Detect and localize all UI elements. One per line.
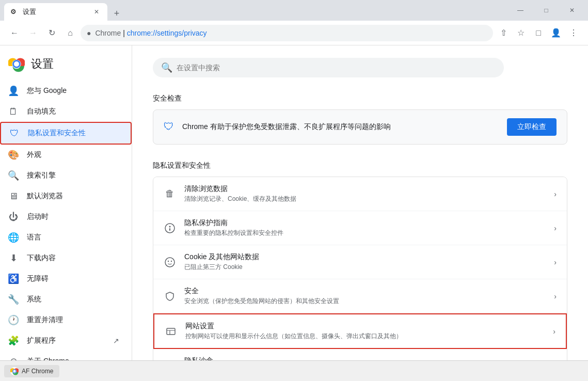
chrome-logo [8,56,25,72]
bookmark-button[interactable]: ☆ [513,25,529,41]
nav-actions: ⇧ ☆ □ 👤 ⋮ [495,25,582,41]
sidebar-label-about: 关于 Chrome [27,357,69,360]
forward-button[interactable]: → [25,25,41,41]
back-button[interactable]: ← [6,25,23,41]
security-content: 安全 安全浏览（保护您免受危险网站的侵害）和其他安全设置 [184,287,546,306]
safety-check-button[interactable]: 立即检查 [507,118,557,136]
svg-point-8 [171,260,172,261]
url-display: Chrome | chrome://settings/privacy [95,29,206,37]
taskbar: AF Chrome [0,360,588,381]
clear-browsing-item[interactable]: 🗑 清除浏览数据 清除浏览记录、Cookie、缓存及其他数据 › [153,177,567,211]
sidebar-item-about[interactable]: ⊙ 关于 Chrome [0,351,128,360]
svg-rect-5 [169,228,170,231]
search-input[interactable] [177,64,496,72]
extensions-external-icon: ↗ [113,337,119,345]
active-tab[interactable]: ⚙ 设置 ✕ [4,3,107,21]
tab-title: 设置 [23,7,88,17]
sidebar-item-search[interactable]: 🔍 搜索引擎 [0,165,128,186]
sidebar-label-google: 您与 Google [27,86,67,96]
trash-icon: 🗑 [164,188,176,200]
sidebar-label-autofill: 自动填充 [27,107,56,116]
svg-point-2 [14,61,19,67]
menu-button[interactable]: ⋮ [565,25,582,41]
site-settings-item[interactable]: 网站设置 控制网站可以使用和显示什么信息（如位置信息、摄像头、弹出式窗口及其他）… [153,313,567,349]
split-view-button[interactable]: □ [530,25,547,41]
minimize-button[interactable]: — [508,2,532,19]
sidebar-label-download: 下载内容 [27,253,56,263]
svg-point-6 [165,258,174,267]
cookies-content: Cookie 及其他网站数据 已阻止第三方 Cookie [184,252,546,272]
search-bar[interactable]: 🔍 [153,58,504,77]
title-bar: ⚙ 设置 ✕ + — □ ✕ [0,0,588,21]
sidebar-item-startup[interactable]: ⏻ 启动时 [0,207,128,227]
browser-icon: 🖥 [8,191,19,201]
browser-frame: ⚙ 设置 ✕ + — □ ✕ ← → ↻ ⌂ ● Chrome | chrome… [0,0,588,381]
privacy-sandbox-content: 隐私沙盒 试用版功能已开启 [184,356,542,360]
privacy-section-title: 隐私设置和安全性 [153,161,567,170]
sidebar-item-system[interactable]: 🔧 系统 [0,289,128,310]
maximize-button[interactable]: □ [534,2,558,19]
svg-point-4 [169,226,171,227]
privacy-guide-item[interactable]: 隐私保护指南 检查重要的隐私控制设置和安全控件 › [153,211,567,245]
clear-browsing-title: 清除浏览数据 [184,184,546,194]
privacy-guide-icon [164,222,176,234]
security-item[interactable]: 安全 安全浏览（保护您免受危险网站的侵害）和其他安全设置 › [153,279,567,313]
sidebar-label-startup: 启动时 [27,212,49,221]
cookies-arrow: › [554,258,557,266]
sidebar-item-reset[interactable]: 🕐 重置并清理 [0,310,128,330]
sidebar-label-extensions: 扩展程序 [27,336,56,345]
taskbar-label: AF Chrome [22,368,53,375]
safety-check-banner: 🛡 Chrome 有助于保护您免受数据泄露、不良扩展程序等问题的影响 立即检查 [153,109,567,145]
startup-icon: ⏻ [8,212,19,222]
cookies-subtitle: 已阻止第三方 Cookie [184,263,546,272]
accessibility-icon: ♿ [8,274,19,284]
sidebar-item-language[interactable]: 🌐 语言 [0,227,128,248]
sidebar-item-extensions[interactable]: 🧩 扩展程序 ↗ [0,330,128,351]
sidebar-label-system: 系统 [27,295,41,304]
sidebar-item-download[interactable]: ⬇ 下载内容 [0,248,128,268]
sidebar-item-browser[interactable]: 🖥 默认浏览器 [0,186,128,207]
privacy-guide-arrow: › [554,224,557,232]
lock-icon: ● [87,29,91,37]
svg-point-7 [168,260,169,261]
cookies-icon [164,256,176,268]
sidebar-label-reset: 重置并清理 [27,315,63,325]
site-settings-content: 网站设置 控制网站可以使用和显示什么信息（如位置信息、摄像头、弹出式窗口及其他） [185,322,545,341]
address-bar[interactable]: ● Chrome | chrome://settings/privacy [81,25,493,41]
sidebar-item-google[interactable]: 👤 您与 Google [0,81,128,101]
privacy-guide-title: 隐私保护指南 [184,218,546,228]
cookies-item[interactable]: Cookie 及其他网站数据 已阻止第三方 Cookie › [153,245,567,279]
content-area: 设置 👤 您与 Google 🗒 自动填充 🛡 隐私设置和安全性 🎨 外观 🔍 [0,45,588,360]
security-title: 安全 [184,287,546,296]
privacy-sandbox-item[interactable]: 隐私沙盒 试用版功能已开启 ↗ [153,349,567,360]
taskbar-chrome-item[interactable]: AF Chrome [4,365,59,377]
tab-close-button[interactable]: ✕ [92,7,101,17]
sidebar-item-accessibility[interactable]: ♿ 无障碍 [0,268,128,289]
sidebar-title: 设置 [31,56,54,72]
share-button[interactable]: ⇧ [495,25,512,41]
sidebar-label-language: 语言 [27,233,41,242]
cookies-title: Cookie 及其他网站数据 [184,252,546,262]
home-button[interactable]: ⌂ [62,25,78,41]
clear-browsing-arrow: › [554,190,557,198]
site-settings-title: 网站设置 [185,322,545,331]
close-button[interactable]: ✕ [560,2,584,19]
security-arrow: › [554,292,557,300]
sidebar-item-appearance[interactable]: 🎨 外观 [0,145,128,165]
tab-favicon: ⚙ [10,8,19,16]
language-icon: 🌐 [8,232,19,243]
reset-icon: 🕐 [8,315,19,325]
sidebar-item-autofill[interactable]: 🗒 自动填充 [0,101,128,122]
new-tab-button[interactable]: + [109,6,124,21]
window-controls: — □ ✕ [508,2,584,19]
appearance-icon: 🎨 [8,150,19,160]
safety-check-description: Chrome 有助于保护您免受数据泄露、不良扩展程序等问题的影响 [182,122,501,132]
clear-browsing-subtitle: 清除浏览记录、Cookie、缓存及其他数据 [184,195,546,203]
tab-bar: ⚙ 设置 ✕ + [4,0,508,21]
reload-button[interactable]: ↻ [43,25,60,41]
sidebar-item-privacy[interactable]: 🛡 隐私设置和安全性 [0,122,132,145]
download-icon: ⬇ [8,253,19,263]
privacy-sandbox-title: 隐私沙盒 [184,356,542,360]
account-button[interactable]: 👤 [548,25,564,41]
main-panel: 🔍 安全检查 🛡 Chrome 有助于保护您免受数据泄露、不良扩展程序等问题的影… [132,45,588,360]
